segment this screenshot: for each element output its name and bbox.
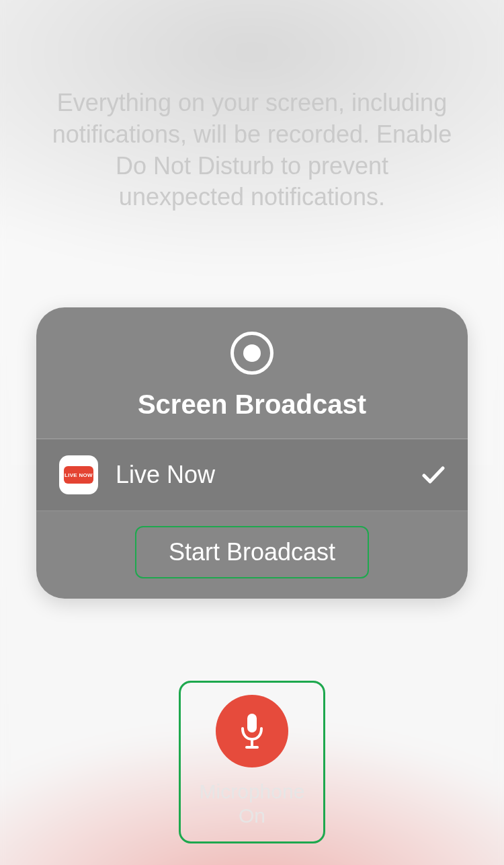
- record-dot-icon: [243, 344, 261, 362]
- broadcast-app-row[interactable]: LIVE NOW Live Now: [36, 439, 468, 511]
- broadcast-app-label: Live Now: [116, 461, 422, 489]
- checkmark-icon: [422, 460, 445, 490]
- start-broadcast-button[interactable]: Start Broadcast: [135, 526, 369, 578]
- live-now-app-icon: LIVE NOW: [59, 455, 98, 494]
- recording-warning-text: Everything on your screen, including not…: [50, 87, 454, 213]
- microphone-icon: [216, 695, 288, 767]
- microphone-label: Microphone On: [200, 780, 305, 828]
- live-now-app-icon-text: LIVE NOW: [64, 466, 93, 484]
- microphone-toggle[interactable]: Microphone On: [179, 681, 325, 843]
- panel-title: Screen Broadcast: [138, 389, 366, 420]
- svg-rect-0: [247, 714, 257, 732]
- record-icon: [230, 332, 274, 375]
- panel-header: Screen Broadcast: [36, 307, 468, 439]
- broadcast-panel: Screen Broadcast LIVE NOW Live Now Start…: [36, 307, 468, 599]
- start-row: Start Broadcast: [36, 511, 468, 599]
- broadcast-overlay: Everything on your screen, including not…: [0, 0, 504, 865]
